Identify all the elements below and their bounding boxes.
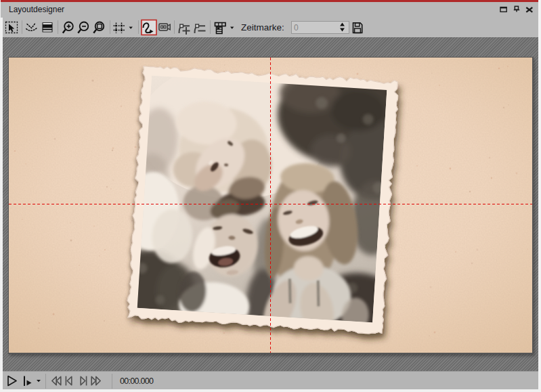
svg-text:Zeitmarke:: Zeitmarke: [241, 22, 284, 32]
svg-text:0: 0 [294, 23, 299, 32]
svg-text:00:00.000: 00:00.000 [120, 376, 154, 386]
